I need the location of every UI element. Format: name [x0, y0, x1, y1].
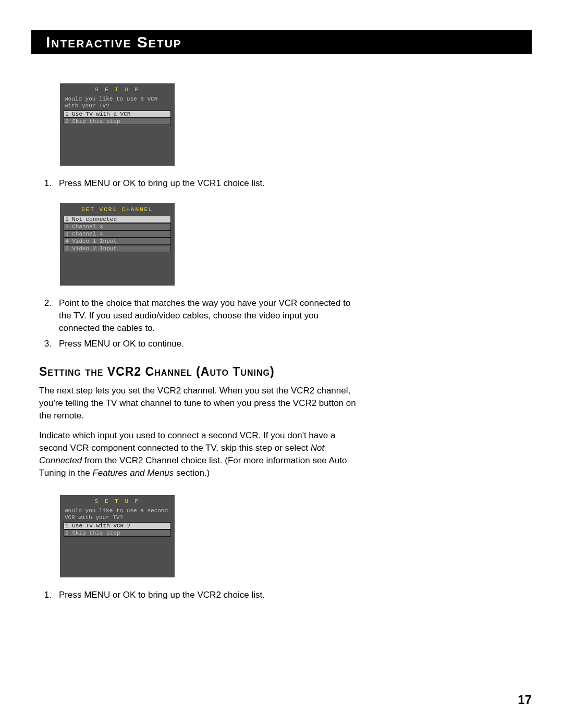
- tv-menu-item: 5 Video 2 Input: [64, 245, 171, 252]
- tv-screen-setup-vcr1: S E T U P Would you like to use a VCR wi…: [60, 83, 175, 166]
- instruction-number: 2.: [39, 297, 59, 335]
- body-text: section.): [174, 468, 210, 478]
- body-emphasis: Features and Menus: [92, 468, 174, 478]
- body-text: Indicate which input you used to connect…: [39, 430, 335, 453]
- instruction-item: 1. Press MENU or OK to bring up the VCR2…: [39, 589, 357, 601]
- tv-menu-item: 2 Skip this step: [64, 118, 171, 125]
- tv-menu-item: 2 Skip this step: [64, 529, 171, 537]
- tv-screen-list: 1 Use TV with a VCR 2 Skip this step: [64, 110, 171, 125]
- header-bar: Interactive Setup: [31, 30, 532, 54]
- instruction-number: 1.: [39, 177, 59, 190]
- body-paragraph: Indicate which input you used to connect…: [39, 429, 357, 479]
- header-title: Interactive Setup: [46, 33, 182, 51]
- instruction-list: 1. Press MENU or OK to bring up the VCR2…: [39, 589, 357, 601]
- tv-screen-list: 1 Use TV with VCR 2 2 Skip this step: [64, 522, 171, 537]
- instruction-list: 1. Press MENU or OK to bring up the VCR1…: [39, 177, 357, 190]
- body-paragraph: The next step lets you set the VCR2 chan…: [39, 385, 357, 422]
- section-heading: Setting the VCR2 Channel (Auto Tuning): [39, 364, 357, 379]
- tv-menu-item: 1 Use TV with VCR 2: [64, 522, 171, 529]
- instruction-item: 3. Press MENU or OK to continue.: [39, 338, 357, 350]
- tv-menu-item: 4 Video 1 Input: [64, 238, 171, 245]
- instruction-text: Press MENU or OK to bring up the VCR1 ch…: [59, 177, 357, 190]
- instruction-item: 2. Point to the choice that matches the …: [39, 297, 357, 335]
- tv-screen-question: Would you like to use a second VCR with …: [63, 508, 172, 522]
- tv-screen-title: S E T U P: [63, 87, 172, 93]
- instruction-text: Press MENU or OK to continue.: [59, 338, 357, 350]
- tv-menu-item: 1 Not connected: [64, 216, 171, 223]
- tv-screen-list: 1 Not connected 2 Channel 3 3 Channel 4 …: [64, 216, 171, 252]
- tv-screen-setup-vcr2: S E T U P Would you like to use a second…: [60, 495, 175, 577]
- tv-menu-item: 3 Channel 4: [64, 230, 171, 238]
- page-number: 17: [518, 693, 532, 707]
- instruction-text: Point to the choice that matches the way…: [59, 297, 357, 335]
- instruction-item: 1. Press MENU or OK to bring up the VCR1…: [39, 177, 357, 190]
- instruction-number: 3.: [39, 338, 59, 350]
- tv-screen-set-vcr1-channel: SET VCR1 CHANNEL 1 Not connected 2 Chann…: [60, 203, 175, 286]
- tv-menu-item: 1 Use TV with a VCR: [64, 110, 171, 118]
- instruction-text: Press MENU or OK to bring up the VCR2 ch…: [59, 589, 357, 601]
- tv-menu-item: 2 Channel 3: [64, 223, 171, 230]
- tv-screen-title: SET VCR1 CHANNEL: [63, 206, 172, 213]
- page-content: S E T U P Would you like to use a VCR wi…: [39, 83, 357, 615]
- instruction-number: 1.: [39, 589, 59, 601]
- tv-screen-question: Would you like to use a VCR with your TV…: [63, 96, 172, 110]
- tv-screen-title: S E T U P: [63, 498, 172, 505]
- instruction-list: 2. Point to the choice that matches the …: [39, 297, 357, 350]
